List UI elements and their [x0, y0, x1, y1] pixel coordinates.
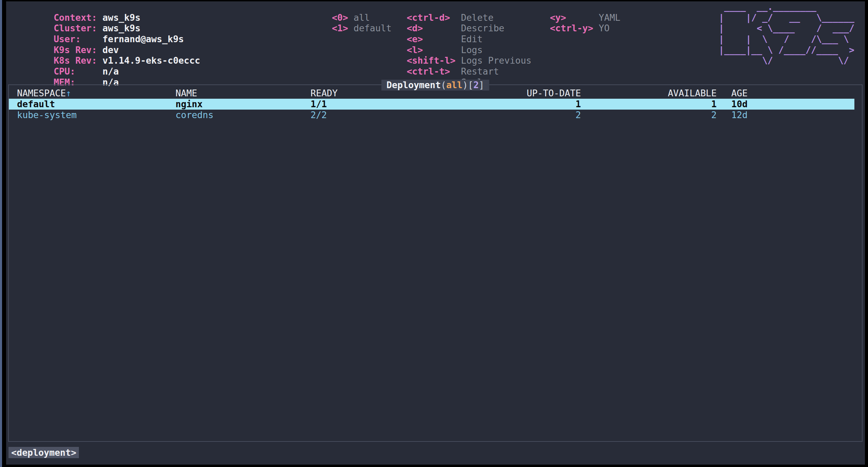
logo-line: | | \ / /\___ \ [719, 34, 854, 45]
hotkey-logs-previous-label: Logs Previous [461, 55, 531, 66]
k9s-rev-label: K9s Rev: [54, 45, 103, 55]
logo-line: ____ __.________ [719, 1, 854, 12]
cell-available: 2 [621, 110, 717, 120]
cell-age: 12d [731, 110, 748, 120]
cpu-label: CPU: [54, 66, 103, 77]
k9s-terminal: Context:aws_k9s Cluster:aws_k9s User:fer… [6, 1, 865, 465]
table-row-coredns[interactable]: kube-system coredns 2/2 2 2 12d [9, 110, 862, 120]
cluster-info-panel: Context:aws_k9s Cluster:aws_k9s User:fer… [10, 1, 200, 77]
cell-ready: 1/1 [311, 99, 327, 110]
hotkey-edit-label: Edit [461, 34, 483, 44]
hotkey-describe-key: <d> [407, 23, 461, 34]
column-header-age[interactable]: AGE [731, 88, 748, 99]
sort-ascending-icon: ↑ [66, 88, 71, 98]
logo-line: |____|__ \ /____//____ > [719, 45, 854, 55]
hotkey-yaml-label: YAML [599, 12, 620, 23]
cell-name: nginx [176, 99, 203, 110]
column-header-up-to-date[interactable]: UP-TO-DATE [485, 88, 581, 99]
cluster-info-row-context: Context:aws_k9s [10, 1, 200, 12]
k8s-rev-value: v1.14.9-eks-c0eccc [102, 55, 200, 66]
hotkey-yaml[interactable]: <y>YAML [506, 1, 620, 12]
window-edge [0, 0, 2, 467]
cell-namespace: kube-system [17, 110, 77, 120]
table-header-row: NAMESPACE↑ NAME READY UP-TO-DATE AVAILAB… [9, 88, 862, 99]
column-header-name[interactable]: NAME [176, 88, 197, 99]
k8s-rev-label: K8s Rev: [54, 55, 103, 66]
logo-line: | < \____ / ___/ [719, 23, 854, 34]
breadcrumb: <deployment> [9, 447, 79, 458]
user-value: fernand@aws_k9s [102, 34, 184, 44]
cell-available: 1 [621, 99, 717, 110]
hotkey-yaml-key: <y> [550, 12, 599, 23]
hotkey-delete-label: Delete [461, 12, 494, 23]
header: Context:aws_k9s Cluster:aws_k9s User:fer… [6, 1, 865, 83]
table-row-nginx[interactable]: default nginx 1/1 1 1 10d [9, 99, 854, 110]
context-label: Context: [54, 12, 103, 23]
k9s-ascii-logo: ____ __.________ | |/ _/ __ \______ | < … [719, 1, 854, 66]
yaml-hotkeys-menu: <y>YAML <ctrl-y>YO [506, 1, 620, 23]
hotkey-restart-key: <ctrl-t> [407, 66, 461, 77]
logo-line: \/ \/ [719, 55, 854, 66]
column-header-namespace[interactable]: NAMESPACE↑ [17, 88, 71, 99]
hotkey-logs-previous-key: <shift-l> [407, 55, 461, 66]
hotkey-yo-label: YO [599, 23, 610, 33]
hotkey-edit-key: <e> [407, 34, 461, 45]
cluster-label: Cluster: [54, 23, 103, 34]
breadcrumb-deployment[interactable]: <deployment> [9, 447, 79, 458]
hotkey-yo-key: <ctrl-y> [550, 23, 599, 34]
cell-name: coredns [176, 110, 214, 120]
hotkey-delete-key: <ctrl-d> [407, 12, 461, 23]
hotkey-default-key: <1> [332, 23, 354, 34]
hotkey-logs-key: <l> [407, 45, 461, 55]
column-header-available[interactable]: AVAILABLE [621, 88, 717, 99]
cell-up-to-date: 2 [485, 110, 581, 120]
cell-age: 10d [731, 99, 748, 110]
namespace-header-label: NAMESPACE [17, 88, 66, 98]
hotkey-all-key: <0> [332, 12, 354, 23]
hotkey-restart-label: Restart [461, 66, 499, 77]
cell-ready: 2/2 [311, 110, 327, 120]
cpu-value: n/a [102, 66, 119, 77]
hotkey-describe-label: Describe [461, 23, 504, 33]
column-header-ready[interactable]: READY [311, 88, 338, 99]
hotkey-logs-label: Logs [461, 45, 483, 55]
deployment-view: Deployment(all)[2] NAMESPACE↑ NAME READY… [8, 84, 863, 442]
k9s-rev-value: dev [102, 45, 119, 55]
cell-namespace: default [17, 99, 55, 110]
cell-up-to-date: 1 [485, 99, 581, 110]
logo-line: | |/ _/ __ \______ [719, 12, 854, 23]
context-value: aws_k9s [102, 12, 140, 23]
user-label: User: [54, 34, 103, 45]
cluster-value: aws_k9s [102, 23, 140, 33]
